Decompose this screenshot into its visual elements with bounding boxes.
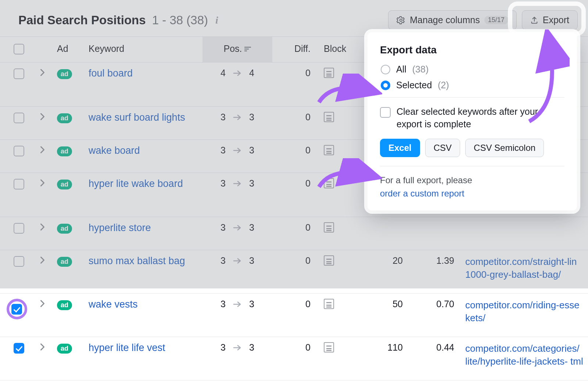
keyword-link[interactable]: hyper lite life vest <box>89 342 165 353</box>
arrow-right-icon <box>233 222 242 233</box>
info-icon[interactable]: i <box>215 14 218 26</box>
col-ad[interactable]: Ad <box>53 37 85 63</box>
pos-from: 3 <box>220 299 226 309</box>
pos-to: 3 <box>249 145 254 156</box>
block-icon[interactable] <box>324 255 334 266</box>
arrow-right-icon <box>233 112 242 123</box>
cpc-cell <box>414 217 462 250</box>
svg-point-0 <box>400 19 402 21</box>
chevron-right-icon[interactable] <box>40 222 45 233</box>
keyword-link[interactable]: foul board <box>89 68 133 79</box>
block-icon[interactable] <box>324 112 334 122</box>
row-checkbox[interactable] <box>14 223 24 234</box>
export-popover: Export data All (38) Selected (2) Clear … <box>368 32 577 210</box>
export-option-selected[interactable]: Selected (2) <box>381 80 564 91</box>
position-cell: 33 <box>220 299 254 309</box>
row-checkbox[interactable] <box>14 68 24 79</box>
clear-after-export[interactable]: Clear selected keywords after your expor… <box>380 106 564 131</box>
keyword-link[interactable]: wake vests <box>89 299 138 310</box>
order-custom-report-link[interactable]: order a custom report <box>380 188 464 198</box>
select-all-checkbox[interactable] <box>14 44 24 54</box>
row-checkbox[interactable] <box>14 343 24 354</box>
chevron-right-icon[interactable] <box>40 299 45 309</box>
cpc-cell: 1.39 <box>414 250 462 294</box>
pos-from: 3 <box>220 178 226 189</box>
export-csv-button[interactable]: CSV <box>425 139 460 157</box>
keyword-link[interactable]: hyperlite store <box>89 222 151 233</box>
table-row: adhyper lite life vest3301100.44competit… <box>0 337 588 380</box>
chevron-right-icon[interactable] <box>40 342 45 353</box>
diff-value: 0 <box>305 342 311 352</box>
page-title: Paid Search Positions 1 - 38 (38) <box>18 13 208 27</box>
svg-rect-1 <box>244 47 251 48</box>
col-pos-label: Pos. <box>224 43 242 54</box>
row-checkbox[interactable] <box>14 113 24 123</box>
row-checkbox[interactable] <box>14 146 24 156</box>
chevron-right-icon[interactable] <box>40 145 45 156</box>
clear-label: Clear selected keywords after your expor… <box>397 106 564 131</box>
toolbar: Paid Search Positions 1 - 38 (38) i Mana… <box>0 0 588 36</box>
block-icon[interactable] <box>324 68 334 78</box>
row-checkbox[interactable] <box>14 179 24 189</box>
block-icon[interactable] <box>324 145 334 155</box>
pos-to: 3 <box>249 255 254 266</box>
opt-sel-count: (2) <box>438 80 449 91</box>
position-cell: 33 <box>220 255 254 266</box>
keyword-link[interactable]: sumo max ballast bag <box>89 255 185 266</box>
chevron-right-icon[interactable] <box>40 178 45 189</box>
radio-icon <box>381 81 390 90</box>
checkbox-halo <box>7 299 27 319</box>
arrow-right-icon <box>233 145 242 156</box>
pos-from: 3 <box>220 342 226 353</box>
ad-badge: ad <box>57 113 72 123</box>
export-button[interactable]: Export <box>522 10 578 30</box>
position-cell: 33 <box>220 178 254 189</box>
diff-value: 0 <box>305 255 311 266</box>
result-url-link[interactable]: competitor.com/straight-lin 1000-grey-ba… <box>465 255 584 281</box>
col-diff[interactable]: Diff. <box>272 37 320 63</box>
block-icon[interactable] <box>324 342 334 352</box>
row-checkbox[interactable] <box>14 256 24 267</box>
table-row: adhyperlite store330 <box>0 217 588 250</box>
chevron-right-icon[interactable] <box>40 112 45 123</box>
keyword-link[interactable]: wake board <box>89 145 140 156</box>
export-label: Export <box>543 15 569 25</box>
diff-value: 0 <box>305 222 311 233</box>
export-csv-semicolon-button[interactable]: CSV Semicolon <box>465 139 544 157</box>
svg-rect-2 <box>244 49 249 50</box>
manage-columns-label: Manage columns <box>410 15 480 25</box>
chevron-right-icon[interactable] <box>40 68 45 78</box>
export-option-all[interactable]: All (38) <box>381 64 564 75</box>
ad-badge: ad <box>57 146 72 156</box>
volume-cell: 20 <box>362 250 414 294</box>
chevron-right-icon[interactable] <box>40 255 45 266</box>
diff-value: 0 <box>305 299 311 309</box>
volume-cell: 110 <box>362 337 414 380</box>
manage-columns-button[interactable]: Manage columns 15/17 <box>388 10 516 30</box>
block-icon[interactable] <box>324 178 334 188</box>
result-url-link[interactable]: competitor.com/categories/ lite/hyperlit… <box>465 342 584 368</box>
opt-sel-label: Selected <box>396 80 432 91</box>
col-block[interactable]: Block <box>320 37 362 63</box>
export-excel-button[interactable]: Excel <box>380 139 420 157</box>
result-url-link[interactable]: competitor.com/riding-esse kets/ <box>465 299 584 325</box>
diff-value: 0 <box>305 178 311 188</box>
pos-to: 3 <box>249 299 254 309</box>
title-main: Paid Search Positions <box>18 13 146 27</box>
col-keyword[interactable]: Keyword <box>85 37 202 63</box>
row-checkbox[interactable] <box>11 304 22 315</box>
popover-title: Export data <box>380 44 564 56</box>
col-pos[interactable]: Pos. <box>202 37 272 63</box>
pos-from: 3 <box>220 145 226 156</box>
keyword-link[interactable]: wake surf board lights <box>89 112 185 123</box>
block-icon[interactable] <box>324 222 334 233</box>
diff-value: 0 <box>305 145 311 155</box>
sort-desc-icon <box>244 43 251 54</box>
divider <box>380 97 564 98</box>
block-icon[interactable] <box>324 299 334 309</box>
keyword-link[interactable]: hyper lite wake board <box>89 178 183 189</box>
pos-to: 3 <box>249 112 254 123</box>
pos-from: 3 <box>220 112 226 123</box>
svg-rect-3 <box>244 50 247 52</box>
pos-to: 4 <box>249 68 254 78</box>
